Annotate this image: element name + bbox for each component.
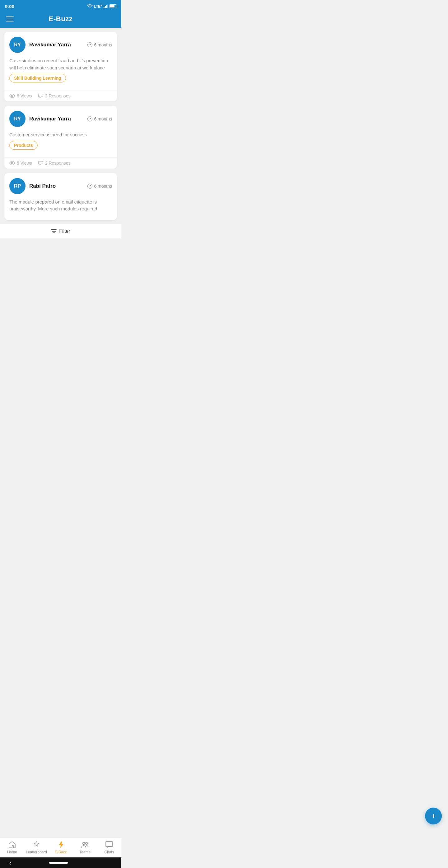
card-header-2: RY Ravikumar Yarra 6 months	[9, 111, 112, 127]
filter-bar[interactable]: Filter	[0, 224, 121, 238]
eye-icon-1	[9, 94, 15, 98]
chat-icon-1	[38, 94, 43, 98]
post-card-3[interactable]: RP Rabi Patro 6 months The module prepar…	[4, 173, 117, 220]
clock-icon-1	[88, 42, 92, 47]
card-top-3: RP Rabi Patro 6 months The module prepar…	[4, 173, 117, 220]
status-time: 9:00	[5, 4, 14, 9]
card-text-2: Customer service is need for success	[9, 131, 112, 138]
tag-1[interactable]: Skill Building Learning	[9, 74, 66, 83]
hamburger-menu[interactable]	[5, 15, 15, 23]
main-content: RY Ravikumar Yarra 6 months Case studies…	[0, 28, 121, 224]
wifi-icon	[88, 4, 92, 8]
author-name-1: Ravikumar Yarra	[29, 42, 71, 48]
eye-icon-2	[9, 161, 15, 165]
card-author-2: RY Ravikumar Yarra	[9, 111, 71, 127]
card-top-1: RY Ravikumar Yarra 6 months Case studies…	[4, 32, 117, 90]
tag-2[interactable]: Products	[9, 141, 38, 150]
card-body-3: The module prepared on email etiquette i…	[9, 198, 112, 213]
clock-icon-2	[88, 116, 92, 121]
svg-point-1	[11, 162, 13, 164]
avatar-3: RP	[9, 178, 26, 194]
filter-icon	[51, 229, 57, 233]
responses-count-1: 2 Responses	[45, 93, 71, 98]
status-icons: LTER	[88, 4, 116, 9]
post-card-1[interactable]: RY Ravikumar Yarra 6 months Case studies…	[4, 32, 117, 101]
time-label-1: 6 months	[94, 42, 112, 47]
card-body-2: Customer service is need for success Pro…	[9, 131, 112, 150]
card-header-3: RP Rabi Patro 6 months	[9, 178, 112, 194]
post-card-2[interactable]: RY Ravikumar Yarra 6 months Customer ser…	[4, 106, 117, 169]
hamburger-line-3	[6, 21, 14, 22]
hamburger-line-1	[6, 17, 14, 17]
filter-line-2	[52, 231, 56, 231]
time-label-3: 6 months	[94, 184, 112, 189]
views-stat-1: 6 Views	[9, 93, 32, 98]
avatar-2: RY	[9, 111, 26, 127]
card-header-1: RY Ravikumar Yarra 6 months	[9, 37, 112, 53]
clock-icon-3	[88, 184, 92, 189]
battery-icon	[109, 4, 116, 8]
views-stat-2: 5 Views	[9, 161, 32, 165]
filter-label: Filter	[59, 228, 70, 234]
views-count-2: 5 Views	[17, 161, 32, 165]
author-name-2: Ravikumar Yarra	[29, 116, 71, 122]
responses-stat-1: 2 Responses	[38, 93, 71, 98]
card-time-3: 6 months	[88, 184, 112, 189]
card-top-2: RY Ravikumar Yarra 6 months Customer ser…	[4, 106, 117, 157]
card-text-3: The module prepared on email etiquette i…	[9, 198, 112, 213]
card-text-1: Case studies on recent fraud and it's pr…	[9, 57, 112, 71]
status-bar: 9:00 LTER	[0, 0, 121, 11]
filter-line-1	[51, 229, 57, 230]
app-title: E-Buzz	[49, 15, 72, 23]
avatar-1: RY	[9, 37, 26, 53]
card-body-1: Case studies on recent fraud and it's pr…	[9, 57, 112, 83]
app-header: E-Buzz	[0, 11, 121, 28]
card-author-1: RY Ravikumar Yarra	[9, 37, 71, 53]
responses-stat-2: 2 Responses	[38, 161, 71, 165]
signal-icon	[104, 4, 108, 8]
card-time-1: 6 months	[88, 42, 112, 47]
filter-line-3	[53, 232, 55, 233]
time-label-2: 6 months	[94, 116, 112, 121]
lte-label: LTER	[94, 4, 102, 9]
author-name-3: Rabi Patro	[29, 183, 56, 189]
chat-icon-2	[38, 161, 43, 165]
card-footer-1: 6 Views 2 Responses	[4, 90, 117, 101]
card-author-3: RP Rabi Patro	[9, 178, 56, 194]
svg-point-0	[11, 95, 13, 97]
card-time-2: 6 months	[88, 116, 112, 121]
responses-count-2: 2 Responses	[45, 161, 71, 165]
hamburger-line-2	[6, 19, 14, 19]
card-footer-2: 5 Views 2 Responses	[4, 157, 117, 169]
views-count-1: 6 Views	[17, 93, 32, 98]
